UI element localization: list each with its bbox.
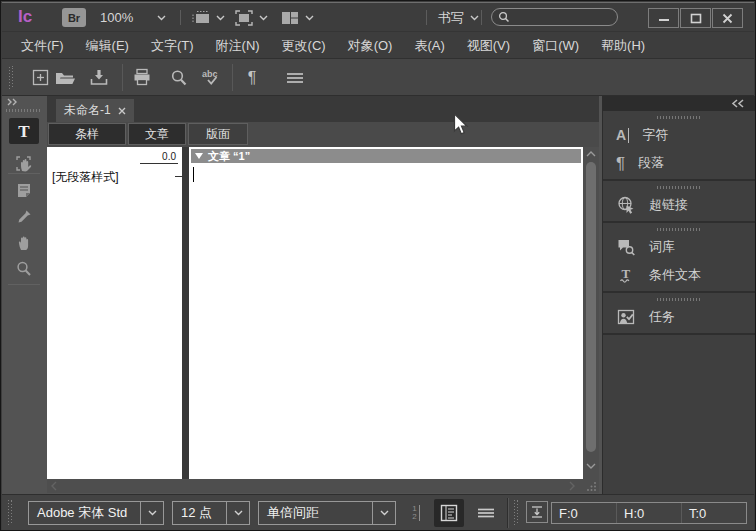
info-column-toggle[interactable]	[434, 499, 464, 527]
menu-file[interactable]: 文件(F)	[10, 32, 75, 59]
panel-assignments-label: 任务	[649, 308, 675, 326]
resize-grip-icon[interactable]	[586, 481, 597, 492]
print-button[interactable]	[130, 66, 154, 89]
eyedropper-tool[interactable]	[9, 204, 39, 230]
panel-group-drag-handle[interactable]	[657, 228, 701, 231]
galley-menu-button[interactable]	[474, 503, 498, 523]
line-numbers-toggle[interactable]: 1 2	[404, 503, 428, 523]
font-family-value: Adobe 宋体 Std	[29, 502, 140, 524]
tab-layout-view[interactable]: 版面	[188, 123, 248, 145]
chevron-up-icon	[586, 151, 596, 157]
font-family-dropdown[interactable]: Adobe 宋体 Std	[28, 501, 164, 525]
menu-bar: 文件(F) 编辑(E) 文字(T) 附注(N) 更改(C) 对象(O) 表(A)…	[2, 31, 754, 58]
search-box[interactable]	[491, 8, 618, 26]
panel-assignments[interactable]: 任务	[603, 303, 755, 331]
dropdown-arrow[interactable]	[226, 502, 249, 524]
toolbar-menu-button[interactable]	[283, 66, 307, 89]
horizontal-scrollbar[interactable]	[47, 479, 599, 493]
scroll-down-button[interactable]	[583, 461, 599, 471]
scroll-right-button[interactable]	[567, 479, 577, 493]
zoom-level-dropdown[interactable]: 100%	[100, 8, 166, 27]
info-column-icon	[440, 504, 458, 522]
scroll-up-button[interactable]	[583, 149, 599, 159]
show-hidden-characters-button[interactable]: ¶	[240, 66, 264, 89]
font-size-dropdown[interactable]: 12 点	[172, 501, 250, 525]
copyfit-info-button[interactable]	[526, 501, 548, 523]
dock-header	[603, 96, 755, 111]
panel-character[interactable]: A 字符	[603, 121, 755, 149]
panel-conditional-text-label: 条件文本	[649, 266, 701, 284]
close-button[interactable]	[712, 8, 743, 28]
open-folder-icon	[54, 69, 76, 87]
hamburger-menu-icon	[286, 72, 304, 84]
menu-object[interactable]: 对象(O)	[337, 32, 404, 59]
menu-edit[interactable]: 编辑(E)	[75, 32, 140, 59]
zoom-tool[interactable]	[9, 256, 39, 282]
document-tab[interactable]: 未命名-1	[56, 99, 134, 122]
menu-type[interactable]: 文字(T)	[140, 32, 205, 59]
menu-table[interactable]: 表(A)	[403, 32, 455, 59]
tools-panel-drag-handle[interactable]	[6, 109, 42, 112]
panel-hyperlinks[interactable]: 超链接	[603, 191, 755, 219]
chevron-down-icon	[380, 510, 389, 516]
vertical-scrollbar-thumb[interactable]	[586, 162, 596, 452]
hand-tool[interactable]	[9, 230, 39, 256]
incopy-logo: Ic	[18, 7, 32, 27]
screen-mode-dropdown[interactable]	[234, 7, 268, 28]
panel-group-drag-handle[interactable]	[657, 116, 701, 119]
vertical-scrollbar[interactable]	[583, 147, 599, 479]
galley-column-divider[interactable]	[182, 147, 189, 479]
minimize-button[interactable]	[648, 8, 679, 28]
toolbar-drag-handle[interactable]	[9, 66, 14, 89]
depth-ruler-value: 0.0	[140, 151, 178, 164]
panel-group-drag-handle[interactable]	[657, 186, 701, 189]
menu-notes[interactable]: 附注(N)	[205, 32, 271, 59]
document-tab-bar: 未命名-1	[47, 96, 599, 122]
document-tab-title: 未命名-1	[64, 102, 111, 119]
menu-changes[interactable]: 更改(C)	[271, 32, 337, 59]
panel-group-hyperlinks: 超链接	[603, 181, 755, 223]
expand-panel-icon[interactable]	[7, 98, 20, 106]
font-size-value: 12 点	[173, 502, 226, 524]
spellcheck-button[interactable]: abc	[200, 66, 224, 89]
scroll-left-button[interactable]	[49, 479, 59, 493]
dropdown-arrow[interactable]	[372, 502, 395, 524]
copyfit-drag-handle[interactable]	[514, 500, 519, 525]
new-document-icon	[31, 68, 50, 87]
panel-conditional-text[interactable]: T 条件文本	[603, 261, 755, 289]
search-input[interactable]	[514, 10, 611, 24]
tab-story-view[interactable]: 文章	[128, 123, 186, 145]
open-document-button[interactable]	[53, 66, 77, 89]
panel-thesaurus[interactable]: 词库	[603, 233, 755, 261]
new-document-button[interactable]	[28, 66, 52, 89]
bottom-bar-drag-handle[interactable]	[8, 500, 13, 525]
tab-galley-view[interactable]: 条样	[48, 123, 126, 145]
view-options-dropdown[interactable]	[190, 7, 225, 28]
hyperlink-icon	[616, 195, 636, 215]
maximize-button[interactable]	[680, 8, 711, 28]
dropdown-arrow[interactable]	[140, 502, 163, 524]
workspace-switcher[interactable]: 书写	[438, 8, 479, 27]
menu-window[interactable]: 窗口(W)	[521, 32, 590, 59]
panel-paragraph[interactable]: ¶ 段落	[603, 149, 755, 177]
arrange-documents-dropdown[interactable]	[280, 7, 314, 28]
collapse-triangle-icon[interactable]	[195, 153, 203, 159]
hamburger-menu-icon	[477, 508, 495, 518]
story-header-bar[interactable]: 文章 “1”	[191, 149, 581, 163]
type-tool[interactable]: T	[9, 118, 39, 144]
collapse-panels-icon[interactable]	[731, 99, 745, 108]
bridge-button[interactable]: Br	[62, 8, 86, 27]
find-button[interactable]	[167, 66, 191, 89]
leading-dropdown[interactable]: 单倍间距	[258, 501, 396, 525]
tab-story-label: 文章	[145, 126, 169, 143]
menu-help[interactable]: 帮助(H)	[590, 32, 656, 59]
save-button[interactable]	[87, 66, 111, 89]
menu-view[interactable]: 视图(V)	[456, 32, 521, 59]
story-text-area[interactable]: 文章 “1”	[189, 147, 583, 479]
panel-group-drag-handle[interactable]	[657, 298, 701, 301]
close-tab-icon[interactable]	[118, 107, 126, 115]
position-tool-icon	[14, 154, 34, 174]
copyfit-total-value: T:0	[682, 503, 746, 523]
search-icon	[498, 11, 510, 23]
note-tool[interactable]	[9, 178, 39, 204]
